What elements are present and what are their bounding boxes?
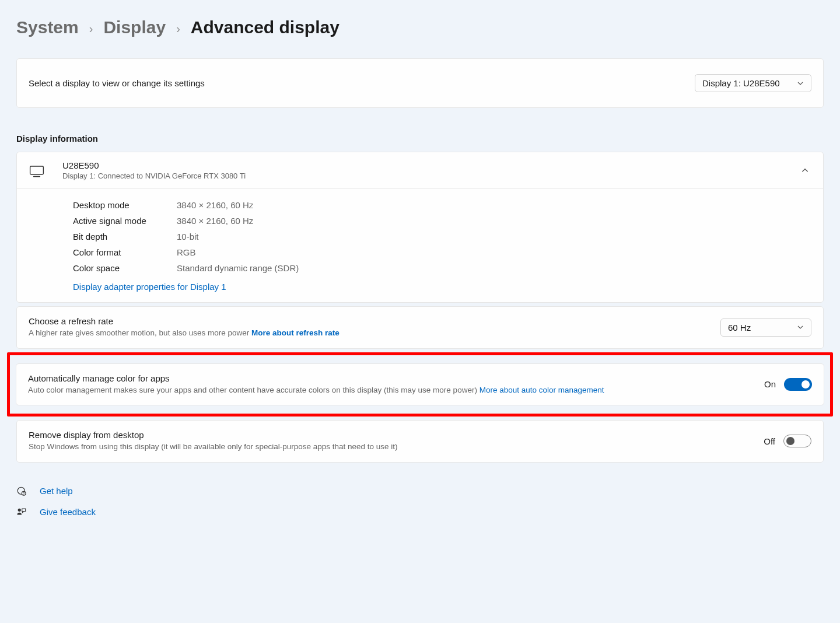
breadcrumb: System › Display › Advanced display	[16, 18, 824, 37]
select-display-card: Select a display to view or change its s…	[16, 58, 824, 108]
get-help-link[interactable]: Get help	[40, 486, 73, 496]
chevron-up-icon[interactable]	[799, 166, 811, 174]
refresh-rate-card: Choose a refresh rate A higher rate give…	[16, 306, 824, 349]
chevron-down-icon	[797, 80, 804, 87]
display-info-header[interactable]: U28E590 Display 1: Connected to NVIDIA G…	[17, 152, 823, 189]
breadcrumb-current: Advanced display	[191, 18, 340, 37]
display-info-card: U28E590 Display 1: Connected to NVIDIA G…	[16, 152, 824, 303]
remove-display-sub: Stop Windows from using this display (it…	[29, 441, 750, 453]
auto-color-toggle[interactable]	[784, 378, 812, 391]
display-name: U28E590	[62, 160, 799, 170]
auto-color-card: Automatically manage color for apps Auto…	[16, 363, 824, 406]
refresh-rate-title: Choose a refresh rate	[29, 316, 706, 326]
breadcrumb-system[interactable]: System	[16, 18, 79, 37]
svg-point-5	[18, 508, 21, 511]
display-selector-value: Display 1: U28E590	[702, 78, 780, 88]
display-info-body: Desktop mode 3840 × 2160, 60 Hz Active s…	[17, 189, 823, 302]
remove-display-card: Remove display from desktop Stop Windows…	[16, 420, 824, 463]
info-row-color-space: Color space Standard dynamic range (SDR)	[73, 260, 811, 276]
more-about-refresh-rate-link[interactable]: More about refresh rate	[251, 328, 340, 337]
info-row-desktop-mode: Desktop mode 3840 × 2160, 60 Hz	[73, 197, 811, 213]
more-about-auto-color-link[interactable]: More about auto color management	[480, 386, 604, 394]
display-adapter-properties-link[interactable]: Display adapter properties for Display 1	[73, 282, 226, 292]
refresh-rate-dropdown[interactable]: 60 Hz	[720, 318, 811, 337]
svg-rect-0	[30, 166, 44, 174]
chevron-down-icon	[797, 324, 804, 331]
auto-color-title: Automatically manage color for apps	[28, 373, 750, 383]
remove-display-toggle[interactable]	[783, 435, 811, 447]
auto-color-toggle-state: On	[764, 379, 776, 389]
help-icon: ?	[16, 486, 28, 496]
highlight-annotation: Automatically manage color for apps Auto…	[7, 352, 833, 417]
select-display-prompt: Select a display to view or change its s…	[29, 78, 205, 88]
remove-display-title: Remove display from desktop	[29, 430, 750, 440]
display-info-section-title: Display information	[16, 134, 824, 144]
info-row-color-format: Color format RGB	[73, 244, 811, 260]
monitor-icon	[27, 161, 46, 180]
info-row-bit-depth: Bit depth 10-bit	[73, 229, 811, 244]
display-selector-dropdown[interactable]: Display 1: U28E590	[695, 74, 811, 92]
auto-color-sub: Auto color management makes sure your ap…	[28, 384, 750, 396]
breadcrumb-display[interactable]: Display	[103, 18, 166, 37]
refresh-rate-sub: A higher rate gives smoother motion, but…	[29, 327, 706, 339]
chevron-right-icon: ›	[176, 22, 180, 36]
footer-links: ? Get help Give feedback	[16, 486, 824, 517]
refresh-rate-value: 60 Hz	[728, 323, 751, 332]
feedback-icon	[16, 507, 28, 517]
remove-display-toggle-state: Off	[764, 436, 775, 446]
svg-text:?: ?	[23, 492, 24, 495]
display-connection-info: Display 1: Connected to NVIDIA GeForce R…	[62, 172, 799, 180]
chevron-right-icon: ›	[89, 22, 93, 36]
info-row-active-signal: Active signal mode 3840 × 2160, 60 Hz	[73, 213, 811, 229]
give-feedback-link[interactable]: Give feedback	[40, 507, 96, 517]
